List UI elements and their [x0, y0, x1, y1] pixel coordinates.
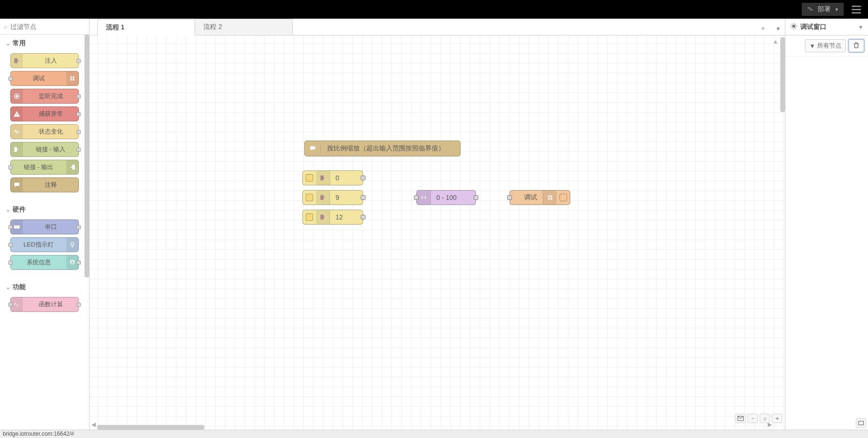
menu-button[interactable] [848, 6, 864, 14]
add-tab-button[interactable]: ＋ [756, 22, 770, 35]
palette-node-status[interactable]: 状态变化 [10, 124, 79, 139]
search-input[interactable] [10, 23, 92, 30]
flow-range[interactable]: 0 - 100 [416, 190, 476, 205]
palette-node-debug[interactable]: 调试 [10, 71, 79, 86]
input-port[interactable] [414, 195, 419, 200]
palette-search: ⌕ [0, 19, 89, 35]
palette-node-label: 系统信息 [11, 258, 66, 267]
palette-node-label: 链接 - 输出 [11, 163, 66, 171]
filter-button[interactable]: ▼ 所有节点 [805, 39, 846, 52]
flow-debug[interactable]: 调试 [510, 190, 570, 205]
output-port[interactable] [77, 130, 81, 134]
inject-trigger-button[interactable] [306, 213, 313, 221]
category-功能[interactable]: ⌵功能 [0, 278, 89, 296]
flow-inject-1[interactable]: 9 [302, 190, 363, 205]
navigator-button[interactable] [735, 414, 746, 423]
flow-inject-2[interactable]: 12 [302, 210, 363, 225]
sidebar-menu-button[interactable]: ▼ [858, 24, 863, 30]
output-port[interactable] [77, 261, 81, 265]
palette-node-serial[interactable]: 串口 [10, 219, 79, 234]
palette-node-link-out[interactable]: 链接 - 输出 [10, 160, 79, 175]
svg-text:f: f [14, 302, 16, 307]
output-port[interactable] [77, 112, 81, 116]
svg-point-5 [16, 95, 18, 97]
tab-menu-button[interactable]: ▾ [771, 22, 785, 35]
output-port[interactable] [77, 148, 81, 152]
palette-node-led[interactable]: LED指示灯 [10, 237, 79, 252]
comment-icon [305, 145, 321, 152]
input-port[interactable] [8, 261, 13, 265]
svg-point-18 [551, 198, 552, 199]
svg-rect-6 [16, 113, 17, 115]
palette-node-func[interactable]: fx函数计算 [10, 297, 79, 312]
svg-point-16 [551, 196, 552, 197]
scroll-left-icon[interactable]: ◀ [91, 421, 96, 428]
inject-icon [316, 171, 330, 185]
palette-node-sysinfo[interactable]: 系统信息 [10, 255, 79, 270]
input-port[interactable] [8, 303, 13, 307]
category-label: 常用 [13, 39, 26, 48]
inject-icon [316, 210, 330, 224]
tab-流程 2[interactable]: 流程 2 [195, 19, 293, 35]
svg-rect-9 [15, 226, 15, 227]
palette-node-label: 链接 - 输入 [23, 145, 78, 154]
pulse-icon [11, 125, 23, 139]
canvas[interactable]: 按比例缩放（超出输入范围按照临界值）09120 - 100调试 [90, 35, 785, 430]
range-icon [417, 191, 431, 205]
zoom-in-button[interactable]: ＋ [772, 414, 782, 423]
palette-node-complete[interactable]: 监听完成 [10, 89, 79, 104]
view-tools: － ○ ＋ [735, 414, 782, 423]
output-port[interactable] [77, 225, 81, 229]
inject-trigger-button[interactable] [306, 194, 313, 201]
palette-node-inject[interactable]: 注入 [10, 53, 79, 68]
zoom-out-button[interactable]: － [748, 414, 758, 423]
svg-point-0 [70, 77, 72, 78]
category-label: 功能 [13, 283, 26, 291]
clear-button[interactable] [848, 39, 864, 52]
output-port[interactable] [474, 195, 478, 200]
input-port[interactable] [8, 243, 13, 247]
svg-text:x: x [16, 304, 18, 307]
bug-icon [790, 22, 798, 31]
comment-icon [11, 178, 23, 192]
input-port[interactable] [507, 195, 512, 200]
chevron-down-icon: ⌵ [7, 207, 10, 213]
debug-toggle-button[interactable] [560, 194, 567, 201]
output-port[interactable] [77, 94, 81, 99]
svg-rect-10 [16, 226, 17, 227]
canvas-v-scrollbar[interactable] [780, 37, 785, 112]
input-port[interactable] [8, 165, 13, 170]
category-常用[interactable]: ⌵常用 [0, 35, 89, 52]
input-port[interactable] [8, 77, 13, 81]
palette-node-label: 注释 [23, 181, 78, 189]
output-port[interactable] [77, 303, 81, 307]
sidebar-expand-button[interactable] [856, 418, 866, 428]
flow-inject-0[interactable]: 0 [302, 170, 363, 185]
palette-scrollbar[interactable] [84, 35, 89, 277]
output-port[interactable] [361, 176, 365, 180]
inject-trigger-button[interactable] [306, 174, 313, 182]
palette-node-link-in[interactable]: 链接 - 输入 [10, 142, 79, 157]
palette-node-catch[interactable]: 捕获异常 [10, 106, 79, 121]
tab-流程 1[interactable]: 流程 1 [97, 19, 195, 35]
inject-label: 12 [330, 213, 363, 221]
workspace: 流程 1流程 2 ＋ ▾ 按比例缩放（超出输入范围按照临界值）09120 - 1… [90, 19, 785, 430]
output-port[interactable] [361, 215, 365, 219]
scroll-up-icon[interactable]: ▲ [773, 38, 778, 45]
flow-comment[interactable]: 按比例缩放（超出输入范围按照临界值） [304, 141, 461, 156]
palette-node-comment[interactable]: 注释 [10, 177, 79, 192]
svg-point-17 [548, 198, 550, 199]
output-port[interactable] [361, 195, 365, 200]
category-硬件[interactable]: ⌵硬件 [0, 201, 89, 219]
input-port[interactable] [8, 225, 13, 229]
zoom-reset-button[interactable]: ○ [760, 414, 770, 423]
palette-node-label: 捕获异常 [23, 110, 78, 118]
output-port[interactable] [77, 59, 81, 63]
palette-node-label: 监听完成 [23, 92, 78, 100]
status-text: bridge.iotrouter.com:16642/# [3, 431, 74, 437]
trash-icon [853, 42, 860, 50]
palette-node-label: 串口 [23, 223, 78, 231]
debug-icon [543, 191, 557, 205]
deploy-button[interactable]: 部署 ▼ [802, 3, 844, 16]
canvas-h-scrollbar[interactable] [97, 425, 204, 430]
